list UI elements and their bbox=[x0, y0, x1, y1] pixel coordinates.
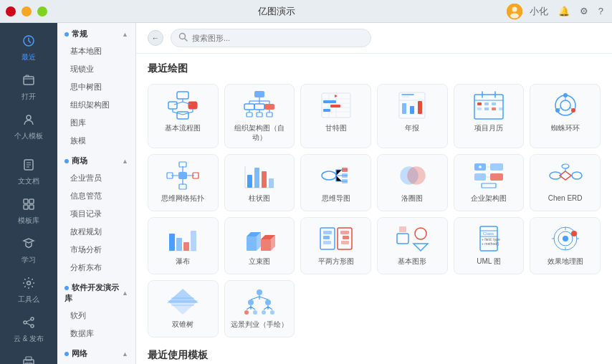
panel-item-market[interactable]: 市场分析 bbox=[60, 241, 133, 259]
panel-section-network: 网络 ▲ bbox=[57, 343, 135, 362]
panel-item-library[interactable]: 图库 bbox=[60, 114, 133, 132]
diagram-card-mind-learn[interactable]: 思维导图 bbox=[300, 154, 371, 211]
svg-rect-23 bbox=[188, 102, 197, 109]
font-size-icon[interactable]: 小化 bbox=[527, 4, 551, 19]
diagram-label-bar: 柱状图 bbox=[249, 193, 270, 203]
print-icon bbox=[22, 355, 35, 364]
sidebar-item-doc[interactable]: 文文档 bbox=[0, 153, 57, 192]
sidebar-item-print[interactable]: 打印 bbox=[0, 350, 57, 364]
svg-rect-97 bbox=[397, 234, 408, 244]
panel-item-basic-flow[interactable]: 基本地图 bbox=[60, 42, 133, 60]
panel-item-story[interactable]: 故程规划 bbox=[60, 223, 133, 241]
diagram-card-solid-3d[interactable]: 立束图 bbox=[224, 217, 295, 274]
diagram-card-basic-shape[interactable]: 基本图形 bbox=[377, 217, 448, 274]
bell-icon[interactable]: 🔔 bbox=[555, 4, 573, 18]
svg-rect-62 bbox=[269, 178, 274, 188]
diagram-card-enterprise[interactable]: 企业架构图 bbox=[454, 154, 525, 211]
enterprise-icon bbox=[472, 161, 506, 191]
diagram-label-report: 年报 bbox=[405, 123, 419, 133]
sidebar-item-open[interactable]: 打开 bbox=[0, 68, 57, 107]
diagram-card-infographic[interactable]: 效果地理图 bbox=[530, 217, 601, 274]
collapse-shop-icon[interactable]: ▲ bbox=[122, 158, 128, 165]
svg-rect-70 bbox=[490, 163, 503, 171]
sidebar-item-recent[interactable]: 最近 bbox=[0, 29, 57, 68]
panel-item-project[interactable]: 项目记录 bbox=[60, 205, 133, 223]
svg-rect-66 bbox=[342, 179, 348, 183]
diagram-label-chen-erd: Chen ERD bbox=[548, 193, 583, 203]
svg-rect-81 bbox=[183, 242, 189, 251]
close-button[interactable]: ✕ bbox=[6, 6, 16, 16]
svg-point-50 bbox=[560, 100, 570, 110]
svg-rect-41 bbox=[474, 95, 503, 119]
panel-item-lock[interactable]: 现锁业 bbox=[60, 60, 133, 78]
panel-item-enterprise[interactable]: 企业营员 bbox=[60, 169, 133, 187]
help-icon[interactable]: ? bbox=[596, 4, 606, 18]
diagram-label-two-way: 平两方形图 bbox=[318, 257, 354, 266]
calendar-icon bbox=[472, 90, 506, 120]
title-bar: ✕ — □ 亿图演示 小化 🔔 ⚙ ? bbox=[0, 0, 612, 23]
sidebar-item-personal[interactable]: 个人模板 bbox=[0, 107, 57, 147]
diagram-card-calendar[interactable]: 项目月历 bbox=[454, 84, 525, 148]
diagram-card-basic-flow[interactable]: 基本流程图 bbox=[148, 84, 219, 148]
diagram-card-cycle[interactable]: 蜘蛛环环 bbox=[530, 84, 601, 148]
waterfall-icon bbox=[166, 224, 200, 254]
sidebar-item-share[interactable]: 云 & 发布 bbox=[0, 310, 57, 350]
svg-rect-47 bbox=[492, 107, 496, 110]
svg-point-73 bbox=[479, 166, 482, 168]
maximize-button[interactable]: □ bbox=[37, 6, 47, 16]
diagram-card-bar[interactable]: 柱状图 bbox=[224, 154, 295, 211]
diagram-card-org[interactable]: 组织架构图（自动） bbox=[224, 84, 295, 148]
collapse-common-icon[interactable]: ▲ bbox=[122, 31, 128, 38]
panel-software-title: 软件开发演示库 bbox=[64, 282, 122, 304]
svg-point-14 bbox=[31, 325, 34, 327]
svg-point-1 bbox=[512, 6, 517, 11]
diagram-card-venn[interactable]: 洛圈图 bbox=[377, 154, 448, 211]
svg-rect-20 bbox=[177, 92, 188, 99]
svg-rect-60 bbox=[254, 168, 259, 188]
panel-item-db[interactable]: 数据库 bbox=[60, 325, 133, 343]
svg-point-11 bbox=[27, 282, 31, 285]
panel-network-title: 网络 bbox=[64, 348, 87, 359]
sidebar-item-study[interactable]: 学习 bbox=[0, 231, 57, 271]
avatar[interactable] bbox=[507, 4, 522, 19]
panel-item-analysis[interactable]: 分析东布 bbox=[60, 259, 133, 277]
collapse-network-icon[interactable]: ▲ bbox=[122, 350, 128, 358]
sidebar-item-tools[interactable]: 工具么 bbox=[0, 271, 57, 310]
diagram-card-two-way[interactable]: 平两方形图 bbox=[300, 217, 371, 274]
open-icon bbox=[22, 74, 35, 90]
svg-point-68 bbox=[408, 167, 425, 184]
gantt-icon bbox=[319, 90, 353, 120]
diagram-card-pyramid[interactable]: 双锥树 bbox=[148, 280, 219, 337]
svg-rect-39 bbox=[410, 106, 414, 114]
back-button[interactable]: ← bbox=[148, 30, 163, 46]
search-box bbox=[171, 29, 371, 47]
basic-flow-icon bbox=[166, 90, 200, 120]
panel-item-org-chart[interactable]: 组织架构图 bbox=[60, 96, 133, 114]
diagram-card-waterfall[interactable]: 瀑布 bbox=[148, 217, 219, 274]
panel-item-info[interactable]: 信息管范 bbox=[60, 187, 133, 205]
diagram-card-uml[interactable]: Class + field: type + method() UML 图 bbox=[454, 217, 525, 274]
diagram-card-gantt[interactable]: 甘特图 bbox=[300, 84, 371, 148]
diagram-card-decision-tree[interactable]: 远景判业（手绘） bbox=[224, 280, 295, 337]
svg-point-77 bbox=[572, 172, 582, 179]
diagram-label-mind-map: 思维网络拓扑 bbox=[161, 193, 204, 203]
panel-item-mind-tree[interactable]: 思中树图 bbox=[60, 78, 133, 96]
sidebar-item-template[interactable]: 模板库 bbox=[0, 192, 57, 231]
panel-item-model[interactable]: 族模 bbox=[60, 132, 133, 150]
content-header: ← bbox=[136, 23, 612, 54]
svg-point-112 bbox=[248, 300, 254, 305]
diagram-card-report[interactable]: 年报 bbox=[377, 84, 448, 148]
sidebar: 最近 打开 个人模板 文文档 模板库 bbox=[0, 23, 57, 364]
svg-rect-38 bbox=[402, 103, 406, 114]
settings-icon[interactable]: ⚙ bbox=[577, 4, 591, 18]
svg-rect-10 bbox=[29, 205, 34, 209]
diagram-card-mind-map[interactable]: 思维网络拓扑 bbox=[148, 154, 219, 211]
pyramid-icon bbox=[166, 287, 200, 317]
search-input[interactable] bbox=[192, 34, 363, 42]
collapse-software-icon[interactable]: ▲ bbox=[122, 289, 128, 297]
minimize-button[interactable]: — bbox=[21, 6, 32, 16]
panel-item-soft[interactable]: 软列 bbox=[60, 307, 133, 325]
svg-rect-4 bbox=[24, 77, 34, 85]
diagram-card-chen-erd[interactable]: Chen ERD bbox=[530, 154, 601, 211]
svg-point-13 bbox=[24, 321, 27, 324]
